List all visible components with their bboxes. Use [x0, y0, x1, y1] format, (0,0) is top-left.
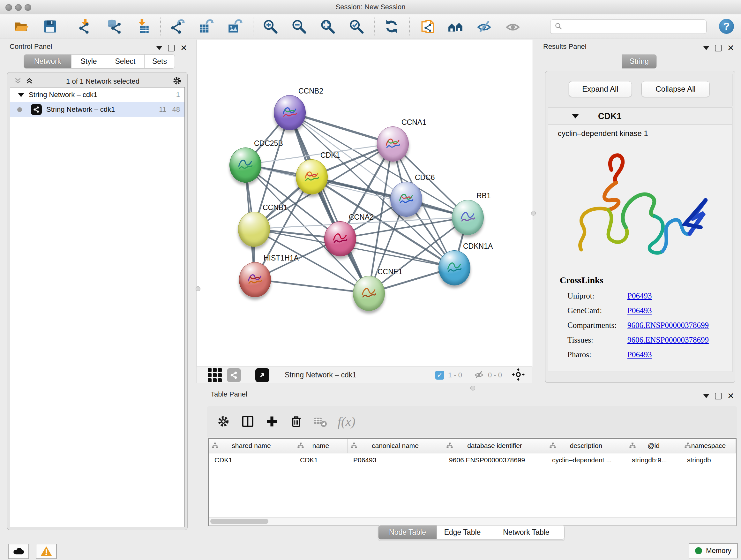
table-float-icon[interactable]	[715, 393, 722, 399]
cell-namespace[interactable]: stringdb	[681, 456, 736, 464]
hide-selected-icon[interactable]	[475, 18, 493, 35]
import-database-icon[interactable]	[105, 18, 123, 35]
network-edge[interactable]	[255, 279, 368, 293]
search-field[interactable]	[550, 19, 706, 34]
export-image-icon[interactable]	[226, 18, 244, 35]
zoom-in-icon[interactable]	[262, 18, 279, 35]
string-home-icon[interactable]	[447, 18, 464, 35]
column-header-namespace[interactable]: namespace	[681, 439, 736, 453]
delete-row-trash-icon[interactable]	[287, 413, 305, 430]
clone-network-icon[interactable]	[418, 18, 435, 35]
column-header-name[interactable]: name	[294, 439, 347, 453]
table-close-icon[interactable]: ✕	[727, 393, 734, 399]
selected-checkbox-icon[interactable]: ✓	[435, 371, 444, 380]
network-node-hist1h1a[interactable]	[239, 262, 271, 297]
column-header--id[interactable]: @id	[626, 439, 681, 453]
panel-menu-icon[interactable]	[156, 46, 162, 50]
results-float-icon[interactable]	[715, 45, 722, 51]
show-all-icon[interactable]	[504, 18, 522, 35]
add-column-icon[interactable]	[263, 413, 281, 430]
zoom-selected-icon[interactable]	[348, 18, 365, 35]
network-options-gear-icon[interactable]	[172, 76, 182, 87]
zoom-out-icon[interactable]	[290, 18, 308, 35]
cloud-status-button[interactable]	[8, 544, 29, 559]
table-menu-icon[interactable]	[703, 394, 709, 398]
cell-shared-name[interactable]: CDK1	[209, 456, 294, 464]
network-node-cdkn1a[interactable]	[439, 250, 470, 286]
section-expander-icon[interactable]	[572, 114, 579, 118]
export-table-icon[interactable]	[198, 18, 215, 35]
table-options-gear-icon[interactable]	[214, 413, 232, 430]
search-input[interactable]	[562, 23, 706, 30]
column-header-description[interactable]: description	[546, 439, 626, 453]
tab-string[interactable]: String	[622, 54, 657, 69]
save-session-icon[interactable]	[42, 18, 59, 35]
toolbar-separator	[409, 17, 410, 36]
birdseye-view-icon[interactable]	[255, 368, 269, 382]
tab-network[interactable]: Network	[23, 54, 71, 69]
column-header-database-identifier[interactable]: database identifier	[443, 439, 546, 453]
left-splitter-grip[interactable]	[196, 287, 200, 291]
network-node-rb1[interactable]	[452, 200, 484, 235]
tab-edge-table[interactable]: Edge Table	[437, 525, 488, 540]
zoom-fit-icon[interactable]	[319, 18, 336, 35]
cell-description[interactable]: cyclin–dependent ...	[546, 456, 626, 464]
tree-expander-icon[interactable]	[18, 93, 24, 97]
gene-section-header[interactable]: CDK1	[548, 108, 732, 125]
network-canvas[interactable]: CCNB2CCNA1CDC25BCDK1CDC6RB1CCNB1CCNA2CDK…	[197, 40, 533, 367]
import-network-icon[interactable]	[77, 18, 94, 35]
grid-view-icon[interactable]	[208, 368, 222, 382]
network-node-cdc6[interactable]	[390, 182, 422, 217]
open-session-icon[interactable]	[13, 18, 30, 35]
column-header-shared-name[interactable]: shared name	[209, 439, 294, 453]
tab-style[interactable]: Style	[71, 54, 106, 69]
expand-all-button[interactable]: Expand All	[569, 81, 632, 97]
horizontal-scrollbar[interactable]	[209, 517, 736, 525]
crosslink-link[interactable]: 9606.ENSP00000378699	[627, 321, 709, 330]
string-view-icon[interactable]	[227, 368, 241, 382]
network-node-ccne1[interactable]	[353, 276, 385, 311]
network-collection-row[interactable]: String Network – cdk1 1	[10, 87, 185, 102]
crosslink-link[interactable]: P06493	[627, 306, 652, 315]
help-button[interactable]: ?	[719, 19, 734, 34]
warning-status-button[interactable]	[36, 544, 57, 559]
export-network-icon[interactable]	[169, 18, 186, 35]
cell-canonical-name[interactable]: P06493	[347, 456, 443, 464]
right-splitter-grip[interactable]	[531, 211, 536, 215]
panel-close-icon[interactable]: ✕	[180, 45, 187, 51]
column-header-canonical-name[interactable]: canonical name	[347, 439, 443, 453]
network-node-ccnb1[interactable]	[238, 212, 270, 247]
pan-crosshair-icon[interactable]	[512, 368, 525, 382]
tab-network-table[interactable]: Network Table	[488, 525, 564, 540]
collapse-all-tree-icon[interactable]	[14, 77, 22, 86]
panel-float-icon[interactable]	[168, 45, 175, 51]
collapse-all-button[interactable]: Collapse All	[642, 81, 710, 97]
tab-select[interactable]: Select	[106, 54, 145, 69]
cell--id[interactable]: stringdb:9...	[626, 456, 681, 464]
import-table-icon[interactable]	[134, 18, 151, 35]
crosslink-link[interactable]: P06493	[627, 350, 652, 359]
results-close-icon[interactable]: ✕	[727, 45, 734, 51]
cell-database-identifier[interactable]: 9606.ENSP00000378699	[443, 456, 546, 464]
hidden-eye-icon[interactable]	[473, 369, 485, 381]
bottom-splitter-grip[interactable]	[470, 386, 475, 390]
refresh-icon[interactable]	[383, 18, 400, 35]
results-menu-icon[interactable]	[703, 46, 709, 50]
memory-button[interactable]: Memory	[689, 543, 738, 558]
expand-all-tree-icon[interactable]	[25, 77, 33, 86]
network-node-ccnb2[interactable]	[274, 95, 306, 130]
scrollbar-thumb[interactable]	[210, 519, 268, 524]
tab-sets[interactable]: Sets	[145, 54, 175, 69]
crosslink-link[interactable]: P06493	[627, 292, 652, 300]
crosslink-link[interactable]: 9606.ENSP00000378699	[627, 335, 709, 345]
table-row[interactable]: CDK1CDK1P064939606.ENSP00000378699cyclin…	[209, 453, 736, 467]
network-node-ccna2[interactable]	[324, 221, 356, 256]
network-node-cdc25b[interactable]	[229, 147, 261, 183]
cell-name[interactable]: CDK1	[294, 456, 347, 464]
tab-node-table[interactable]: Node Table	[378, 525, 437, 540]
show-columns-icon[interactable]	[239, 413, 257, 430]
network-node-ccna1[interactable]	[377, 126, 409, 162]
network-row[interactable]: String Network – cdk1 11 48	[10, 102, 185, 117]
network-edge[interactable]	[289, 112, 368, 293]
network-node-cdk1[interactable]	[296, 159, 328, 194]
